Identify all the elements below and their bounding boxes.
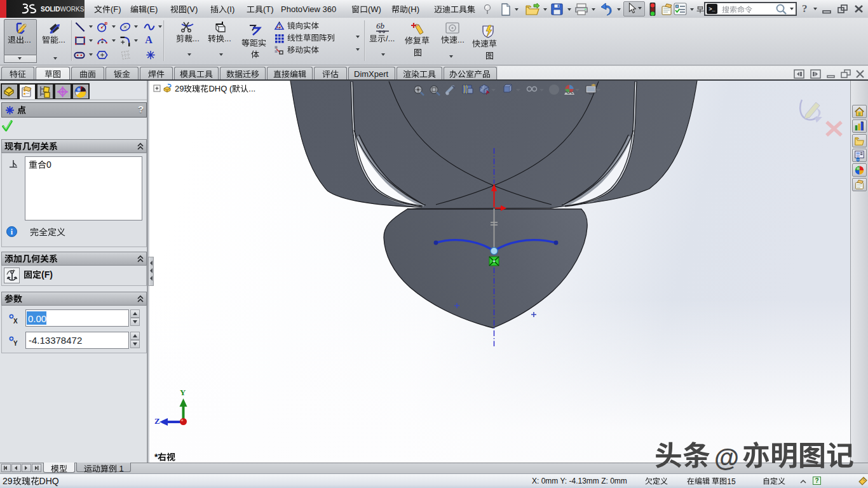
svg-text:6b: 6b (376, 21, 385, 30)
svg-text:X: X (13, 318, 18, 325)
svg-text:Y: Y (13, 340, 18, 347)
svg-text:A: A (145, 34, 153, 45)
